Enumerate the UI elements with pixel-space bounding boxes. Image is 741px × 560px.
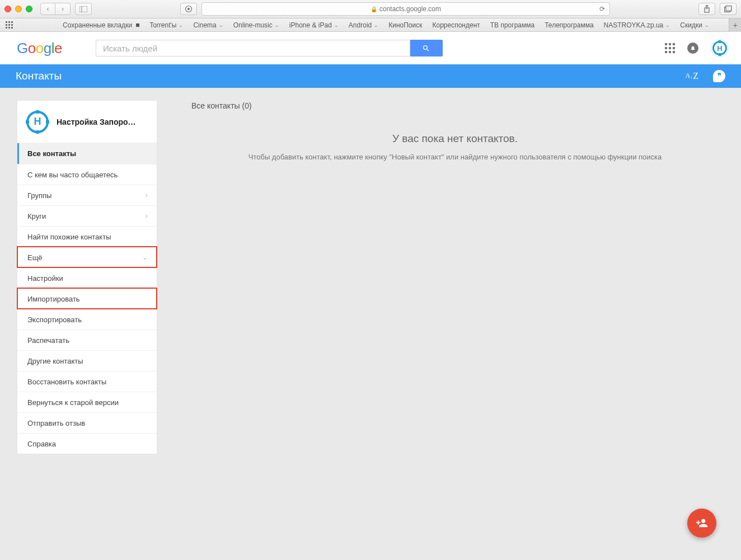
search-icon	[422, 44, 430, 53]
sort-az-icon[interactable]: A↓Z	[686, 71, 698, 81]
nav-all-contacts[interactable]: Все контакты	[17, 143, 157, 164]
bookmark-label: Телепрограмма	[545, 21, 593, 29]
back-button[interactable]: ‹	[40, 3, 55, 15]
bookmark-item[interactable]: NASTROYKA.zp.ua⌄	[604, 21, 670, 29]
bookmark-item[interactable]: iPhone & iPad⌄	[289, 21, 339, 29]
bookmark-label: Android	[349, 21, 372, 29]
bookmark-item[interactable]: Torrent'ы⌄	[149, 21, 183, 29]
new-tab-button[interactable]: +	[729, 18, 741, 32]
nav-groups[interactable]: Группы›	[17, 185, 157, 205]
nav-restore[interactable]: Восстановить контакты	[17, 371, 157, 392]
app-bar: Контакты A↓Z	[0, 64, 741, 88]
maximize-window[interactable]	[26, 6, 32, 12]
forward-button[interactable]: ›	[55, 3, 71, 15]
browser-right-buttons	[698, 3, 737, 15]
bookmark-label: Cinema	[193, 21, 216, 29]
main-content: Все контакты (0) У вас пока нет контакто…	[157, 88, 741, 560]
url-text: contacts.google.com	[379, 5, 441, 13]
share-button[interactable]	[698, 3, 715, 15]
hangouts-icon[interactable]	[713, 70, 725, 82]
chevron-right-icon: ›	[146, 212, 148, 220]
nav-label: Ещё	[27, 253, 43, 262]
chevron-right-icon: ›	[146, 191, 148, 199]
contacts-heading: Все контакты (0)	[191, 101, 719, 110]
scrollbar[interactable]	[738, 88, 741, 560]
reload-icon[interactable]: ⟳	[599, 5, 605, 13]
svg-rect-0	[79, 6, 87, 12]
nav-label: Другие контакты	[27, 357, 83, 365]
chevron-down-icon: ⌄	[179, 22, 183, 28]
nav-label: Отправить отзыв	[27, 419, 85, 427]
bookmark-saved[interactable]: Сохраненные вкладки	[63, 21, 139, 29]
app-title: Контакты	[16, 70, 62, 82]
page-body: Н Настройка Запорож… Все контакты С кем …	[0, 88, 741, 560]
search-wrap	[96, 40, 443, 57]
bookmark-label: КиноПоиск	[388, 21, 422, 29]
search-box[interactable]	[96, 40, 410, 57]
bookmark-item[interactable]: Cinema⌄	[193, 21, 223, 29]
bookmark-label: Скидки	[680, 21, 702, 29]
nav-settings[interactable]: Настройки	[17, 267, 157, 288]
empty-subtitle: Чтобы добавить контакт, нажмите кнопку "…	[191, 153, 719, 161]
nav-old-version[interactable]: Вернуться к старой версии	[17, 392, 157, 412]
search-button[interactable]	[410, 40, 443, 57]
reader-button[interactable]	[180, 3, 197, 15]
bookmark-item[interactable]: Телепрограмма	[545, 21, 593, 29]
nav-label: Все контакты	[27, 149, 76, 158]
notifications-icon[interactable]	[687, 43, 698, 54]
nav-import[interactable]: Импортировать	[17, 288, 157, 309]
bookmark-item[interactable]: Скидки⌄	[680, 21, 709, 29]
nav-print[interactable]: Распечатать	[17, 330, 157, 350]
close-window[interactable]	[4, 6, 11, 12]
bookmark-item[interactable]: Android⌄	[349, 21, 378, 29]
bookmark-item[interactable]: Корреспондент	[432, 21, 480, 29]
profile-name: Настройка Запорож…	[57, 117, 140, 126]
chevron-down-icon: ⌄	[219, 22, 223, 28]
nav-buttons: ‹ ›	[40, 3, 71, 15]
apps-shortcut[interactable]	[6, 21, 13, 29]
chevron-down-icon: ⌄	[665, 22, 670, 28]
google-header: Google Н	[0, 32, 741, 64]
nav-label: Справка	[27, 440, 56, 448]
nav-help[interactable]: Справка	[17, 433, 157, 454]
nav-label: Вернуться к старой версии	[27, 398, 119, 407]
browser-chrome-top: ‹ › 🔒 contacts.google.com ⟳	[0, 0, 741, 18]
minimize-window[interactable]	[15, 6, 22, 12]
chevron-down-icon: ⌄	[142, 253, 148, 261]
chevron-down-icon: ⌄	[334, 22, 339, 28]
bookmark-item[interactable]: КиноПоиск	[388, 21, 422, 29]
search-input[interactable]	[103, 44, 403, 53]
nav-label: Настройки	[27, 274, 63, 283]
google-logo[interactable]: Google	[17, 40, 62, 57]
nav-label: Круги	[27, 212, 46, 220]
nav-feedback[interactable]: Отправить отзыв	[17, 412, 157, 433]
apps-grid-icon	[6, 21, 13, 29]
nav-label: Экспортировать	[27, 316, 82, 324]
nav-export[interactable]: Экспортировать	[17, 309, 157, 330]
stop-icon	[136, 23, 139, 27]
bookmark-label: Torrent'ы	[149, 21, 176, 29]
tabs-button[interactable]	[720, 3, 737, 15]
svg-point-3	[187, 8, 190, 10]
bookmark-label: Online-music	[233, 21, 273, 29]
nav-more[interactable]: Ещё⌄	[17, 247, 157, 267]
empty-state: У вас пока нет контактов. Чтобы добавить…	[191, 133, 719, 161]
bookmark-item[interactable]: Online-music⌄	[233, 21, 279, 29]
bookmark-label: Сохраненные вкладки	[63, 21, 132, 29]
address-bar[interactable]: 🔒 contacts.google.com ⟳	[201, 2, 610, 16]
chevron-down-icon: ⌄	[374, 22, 378, 28]
nav-other-contacts[interactable]: Другие контакты	[17, 350, 157, 371]
profile-card[interactable]: Н Настройка Запорож…	[17, 101, 157, 143]
google-apps-icon[interactable]	[665, 43, 675, 53]
bookmark-label: ТВ программа	[490, 21, 534, 29]
nav-circles[interactable]: Круги›	[17, 205, 157, 226]
nav-label: Импортировать	[27, 295, 80, 303]
nav-find-duplicates[interactable]: Найти похожие контакты	[17, 226, 157, 247]
account-avatar[interactable]: Н	[711, 39, 729, 57]
bookmark-item[interactable]: ТВ программа	[490, 21, 534, 29]
nav-frequent[interactable]: С кем вы часто общаетесь	[17, 164, 157, 185]
add-contact-fab[interactable]	[687, 509, 716, 538]
nav-label: Распечатать	[27, 336, 69, 345]
sidebar-toggle[interactable]	[75, 3, 92, 15]
empty-title: У вас пока нет контактов.	[191, 133, 719, 145]
